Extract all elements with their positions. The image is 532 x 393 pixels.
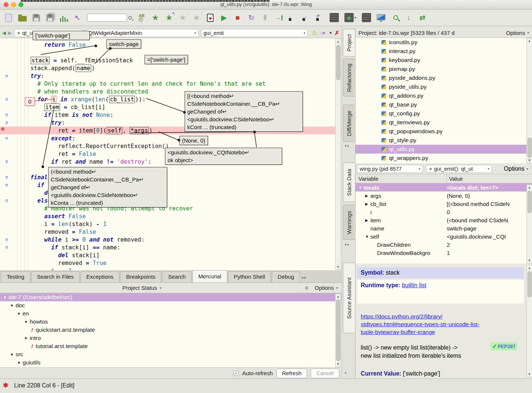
bottom-tab-breakpoints[interactable]: Breakpoints (120, 271, 161, 282)
chevron-down-icon[interactable]: ▾ (330, 30, 332, 35)
variable-row[interactable]: nameswitch-page (356, 224, 532, 232)
refresh-button[interactable]: Refresh (277, 369, 307, 378)
project-file-item[interactable]: qt_utils.py (356, 145, 532, 154)
scroll-up-icon[interactable]: ▲ (336, 294, 341, 299)
bottom-tab-testing[interactable]: Testing (1, 271, 30, 282)
project-file-item[interactable]: keyboard.py (356, 56, 532, 65)
scrollbar-thumb[interactable] (528, 271, 532, 297)
expander-icon[interactable]: ▶ (365, 194, 370, 198)
code-line[interactable]: ▽try: (0, 72, 341, 80)
project-file-item[interactable]: qt_wrappers.py (356, 154, 532, 163)
fold-marker[interactable]: ▽ (0, 245, 13, 250)
runtime-type-link[interactable]: builtin list (402, 282, 426, 288)
process-dropdown[interactable]: wing.py (pid 8577 ▾ (357, 165, 423, 173)
fold-marker[interactable]: ▽ (0, 159, 13, 164)
variable-row[interactable]: ▼locals<locals dict; len=7> (356, 183, 532, 191)
view-dropdown[interactable]: Project Status ▾ (122, 285, 161, 291)
fold-marker[interactable]: ▽ (0, 120, 13, 125)
fold-marker[interactable]: ▽ (0, 112, 13, 118)
mercurial-options-button[interactable]: Options ▾ (315, 285, 338, 291)
variable-row[interactable]: ▼self<guiutils.dockview._CQt (356, 232, 532, 240)
variable-row[interactable]: i0 (356, 208, 532, 216)
tab-stack-data[interactable]: Stack Data (343, 163, 355, 202)
code-line[interactable]: i -= 1 (0, 267, 341, 270)
expander-icon[interactable]: ▼ (365, 235, 370, 239)
variable-row[interactable]: DrawWindowBackgro1 (356, 249, 532, 257)
search-tool-button[interactable] (391, 13, 399, 23)
bookmark-prev-button[interactable]: ★↑ (179, 13, 187, 23)
new-file-button[interactable] (4, 13, 13, 23)
debug-bug-icon[interactable]: ✱ (3, 381, 8, 389)
project-file-item[interactable]: qt_popupwindows.py (356, 127, 532, 136)
tree-item[interactable]: ▼en (0, 310, 341, 318)
toolbar-search-input[interactable] (87, 14, 127, 22)
code-line[interactable]: removed = False (0, 228, 341, 236)
stack-options-button[interactable]: Options ▾ (504, 166, 531, 172)
fold-marker[interactable]: ▽ (0, 97, 13, 102)
scrollbar-thumb[interactable] (336, 45, 340, 80)
tree-item[interactable]: ▼src (0, 350, 341, 358)
project-file-item[interactable]: qt_config.py (356, 109, 532, 118)
save-button[interactable] (32, 13, 40, 23)
goto-line-icon[interactable]: -► (320, 30, 327, 36)
frame-current-button[interactable]: ◆▾ (344, 13, 356, 23)
code-line[interactable]: i = len(stack) - 1 (0, 220, 341, 228)
project-file-item[interactable]: interact.py (356, 47, 532, 56)
expander-icon[interactable]: ▼ (10, 304, 14, 308)
column-value[interactable]: Value (447, 176, 463, 182)
goto-selection-button[interactable]: ↖ (73, 13, 82, 23)
scroll-down-icon[interactable]: ▼ (336, 264, 341, 269)
mercurial-scrollbar[interactable]: ▲ ▼ (335, 294, 341, 367)
code-line[interactable]: del stack[i] (0, 251, 341, 259)
expander-icon[interactable]: ▼ (358, 186, 364, 190)
step-over-down-button[interactable]: ↓ (288, 13, 297, 23)
expander-icon[interactable]: ▼ (10, 353, 14, 357)
symbol-dropdown[interactable]: gui_emit ▾ (201, 29, 308, 37)
expander-icon[interactable]: ▼ (17, 361, 21, 365)
code-line[interactable]: removed = True (0, 259, 341, 267)
tab-scroll-icon[interactable]: ▾ (345, 371, 347, 375)
bookmark-add-button[interactable]: ★↖ (165, 13, 173, 23)
variable-row[interactable]: DrawChildren2 (356, 240, 532, 249)
scroll-up-icon[interactable]: ▲ (527, 265, 532, 271)
tab-diff-merge[interactable]: Diff/Merge (343, 105, 355, 142)
expander-icon[interactable]: ▼ (3, 295, 7, 299)
fold-marker[interactable]: ▽ (0, 175, 13, 180)
tab-scroll-icons[interactable]: ◂ ▸ (301, 275, 306, 282)
project-file-item[interactable]: qt_itemviews.py (356, 118, 532, 127)
project-file-item[interactable]: qt_addons.py (356, 91, 532, 100)
scroll-up-icon[interactable]: ▲ (527, 38, 532, 43)
scroll-up-icon[interactable]: ▲ (336, 39, 341, 44)
tab-source-assistant[interactable]: Source Assistant (343, 263, 355, 333)
frame-dropdown[interactable]: ★ gui_emit(): qt_ut ▾ (426, 165, 492, 173)
debug-console-button[interactable] (377, 13, 386, 23)
fold-marker[interactable]: ▽ (0, 136, 13, 141)
project-file-item[interactable]: qt_style.py (356, 136, 532, 145)
project-scrollbar[interactable]: ▲ ▼ (526, 38, 532, 163)
project-file-item[interactable]: iconutils.py (356, 38, 532, 47)
step-into-button[interactable]: → (275, 13, 283, 23)
update-button[interactable]: ↓ (405, 13, 413, 23)
code-line[interactable]: return False (0, 41, 341, 49)
scroll-down-icon[interactable]: ▼ (336, 361, 341, 367)
tab-refactoring[interactable]: Refactoring (343, 59, 355, 96)
assistant-scrollbar[interactable]: ▲ ▼ (526, 265, 532, 377)
documentation-link[interactable]: https://docs.python.org/2/library/ stdty… (357, 310, 524, 338)
stack-scrollbar[interactable]: ▲ ▼ (526, 184, 532, 263)
open-file-button[interactable] (18, 13, 27, 23)
scroll-down-icon[interactable]: ▼ (527, 258, 532, 263)
editor-scrollbar[interactable]: ▲ ▼ (335, 39, 341, 270)
frame-down-button[interactable]: ↓ (362, 13, 371, 23)
code-line[interactable]: ▽ while i >= 0 and not removed: (0, 236, 341, 243)
scroll-down-icon[interactable]: ▼ (527, 371, 532, 377)
debug-stop-button[interactable]: ■ (234, 13, 242, 23)
fold-marker[interactable]: ▽ (0, 237, 13, 242)
expander-icon[interactable]: ▶ (365, 202, 370, 206)
code-line[interactable]: # Only iterate up to current len and che… (0, 80, 341, 88)
project-file-item[interactable]: pyside_utils.py (356, 82, 532, 91)
code-line[interactable]: ▽ except: (0, 134, 341, 142)
bottom-tab-python-shell[interactable]: Python Shell (228, 271, 271, 282)
scrollbar-thumb[interactable] (528, 191, 532, 213)
tree-item[interactable]: ▼ide-7 (/Users/sdeibel/src) (0, 293, 341, 301)
expander-icon[interactable]: ▼ (24, 320, 28, 324)
